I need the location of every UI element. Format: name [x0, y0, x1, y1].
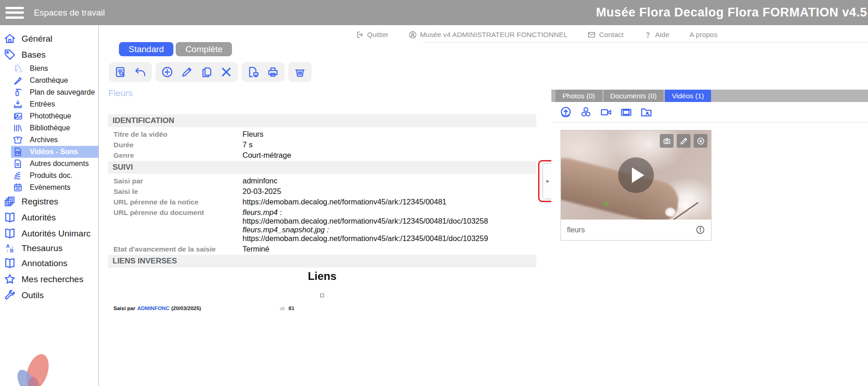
star-icon — [4, 273, 16, 285]
toolbar-group-print — [242, 62, 285, 82]
inbox-download-icon — [13, 99, 23, 109]
sidebar-item-mes-recherches[interactable]: Mes recherches — [0, 271, 98, 287]
video-label-row: fleurs — [561, 220, 711, 240]
sidebar-item-evenements[interactable]: Evènements — [11, 182, 98, 193]
liens-heading: Liens — [108, 270, 536, 283]
media-tabs: Photos (0) Documents (0) Vidéos (1) — [551, 90, 868, 102]
help-link[interactable]: Aide — [644, 31, 669, 39]
field-row-doc-url: URL pérenne du document fleurs.mp4 : htt… — [108, 207, 536, 244]
field-row: Genre Court-métrage — [108, 150, 536, 161]
field-row: Saisi par adminfonc — [108, 176, 536, 186]
field-row: Etat d'avancement de la saisie Terminé — [108, 244, 536, 254]
pencil-icon — [679, 137, 688, 145]
video-card[interactable]: fleurs — [561, 130, 712, 241]
sidebar-item-autorites[interactable]: Autorités — [0, 209, 98, 225]
sidebar-item-videos-sons[interactable]: Vidéos - Sons — [11, 146, 98, 158]
hamburger-menu-icon[interactable] — [5, 7, 24, 19]
printer-button[interactable] — [267, 66, 279, 78]
field-row: Saisi le 20-03-2025 — [108, 186, 536, 197]
delete-button[interactable] — [220, 66, 232, 78]
close-circle-icon — [696, 137, 705, 145]
edit-media-button[interactable] — [677, 134, 690, 148]
sidebar-item-bibliotheque[interactable]: Bibliothèque — [11, 122, 98, 134]
thumbnail-leaf — [603, 202, 609, 206]
sidebar-item-outils[interactable]: Outils — [0, 287, 98, 303]
view-tabs: Standard Complète — [119, 42, 232, 56]
media-panel: Photos (0) Documents (0) Vidéos (1) — [551, 90, 868, 386]
upload-icon[interactable] — [560, 106, 572, 118]
film-frame-icon[interactable] — [620, 106, 632, 118]
carrot-icon — [13, 75, 23, 86]
flora-logo — [7, 347, 58, 386]
toolbar-group-basket — [288, 62, 312, 82]
sidebar-item-thesaurus[interactable]: A ↓↑ B Thesaurus — [0, 241, 98, 255]
sidebar-item-plan-sauvegarde[interactable]: Plan de sauvegarde — [11, 86, 98, 98]
sidebar-item-annotations[interactable]: Annotations — [0, 255, 98, 271]
sidebar-item-produits-doc[interactable]: Produits doc. — [11, 170, 98, 182]
sidebar-item-autres-documents[interactable]: Autres documents — [11, 158, 98, 170]
field-row: Durée 7 s — [108, 139, 536, 150]
about-link[interactable]: A propos — [690, 31, 717, 39]
sidebar-item-biens[interactable]: ♘ Biens — [11, 63, 98, 75]
cubes-icon[interactable] — [580, 106, 592, 118]
workspace-label[interactable]: Espaces de travail — [34, 8, 105, 18]
doc-url-block: fleurs.mp4 : https://demobam.decalog.net… — [243, 208, 536, 243]
back-undo-button[interactable] — [134, 66, 146, 78]
basket-button[interactable] — [294, 66, 306, 78]
video-name: fleurs — [567, 226, 585, 234]
section-identification: IDENTIFICATION — [108, 114, 536, 127]
tab-photos[interactable]: Photos (0) — [555, 90, 602, 102]
print-record-button[interactable] — [247, 66, 259, 78]
section-liens-inverses: LIENS INVERSES — [108, 255, 536, 268]
info-icon[interactable] — [695, 225, 705, 235]
video-thumbnail[interactable] — [561, 130, 711, 220]
calendar-icon — [13, 182, 23, 193]
sort-alpha-icon: A ↓↑ B — [4, 244, 16, 253]
contact-link[interactable]: Contact — [588, 31, 623, 39]
play-button[interactable] — [618, 157, 654, 193]
open-book-icon — [4, 211, 16, 224]
tag-icon — [4, 48, 16, 61]
field-row: Titre de la vidéo Fleurs — [108, 129, 536, 139]
tab-standard[interactable]: Standard — [119, 42, 173, 56]
books-icon — [13, 123, 23, 133]
sidebar-item-bases[interactable]: Bases — [0, 47, 98, 63]
exit-icon — [356, 31, 364, 39]
duplicate-button[interactable] — [200, 66, 213, 78]
toolbar-group-edit — [156, 62, 238, 82]
tab-videos[interactable]: Vidéos (1) — [665, 90, 711, 102]
section-suivi: SUIVI — [108, 161, 536, 174]
open-book-icon — [4, 227, 16, 240]
chevron-right-icon: ▶ — [546, 179, 550, 183]
thumbnail-blossom — [665, 208, 675, 217]
chess-knight-icon: ♘ — [13, 64, 23, 74]
remove-media-button[interactable] — [694, 134, 707, 148]
sidebar-item-registres[interactable]: Registres — [0, 193, 98, 209]
sidebar-item-carotheque[interactable]: Carothèque — [11, 75, 98, 86]
quit-link[interactable]: Quitter — [356, 31, 388, 39]
edit-button[interactable] — [181, 66, 193, 78]
sidebar-item-autorites-unimarc[interactable]: Autorités Unimarc — [0, 225, 98, 241]
sidebar-item-general[interactable]: Général — [0, 31, 98, 47]
user-icon — [409, 31, 417, 39]
tab-complete[interactable]: Complète — [176, 42, 232, 56]
app-title: Musée Flora Decalog Flora FORMATION v4.5 — [596, 5, 868, 20]
video-camera-icon[interactable] — [600, 106, 612, 118]
current-user[interactable]: Musée v4 ADMINISTRATEUR FONCTIONNEL — [409, 31, 568, 39]
open-book-icon — [4, 257, 16, 269]
top-header-bar: Espaces de travail Musée Flora Decalog F… — [0, 0, 868, 25]
sidebar-item-archives[interactable]: Archives — [11, 134, 98, 146]
snapshot-button[interactable] — [660, 134, 674, 148]
wrench-icon — [4, 289, 16, 301]
tab-documents[interactable]: Documents (0) — [604, 90, 664, 102]
footer-user-link[interactable]: ADMINFONC — [137, 306, 169, 311]
sidebar-item-entrees[interactable]: Entrées — [11, 98, 98, 110]
list-search-button[interactable] — [114, 66, 127, 78]
open-box-icon — [13, 135, 23, 145]
add-button[interactable] — [161, 66, 173, 78]
envelope-icon — [588, 31, 596, 39]
video-file-icon — [13, 147, 23, 157]
toolbar-group-nav — [109, 62, 152, 82]
folder-image-icon[interactable] — [640, 106, 652, 118]
sidebar-item-phototheque[interactable]: Photothèque — [11, 110, 98, 122]
